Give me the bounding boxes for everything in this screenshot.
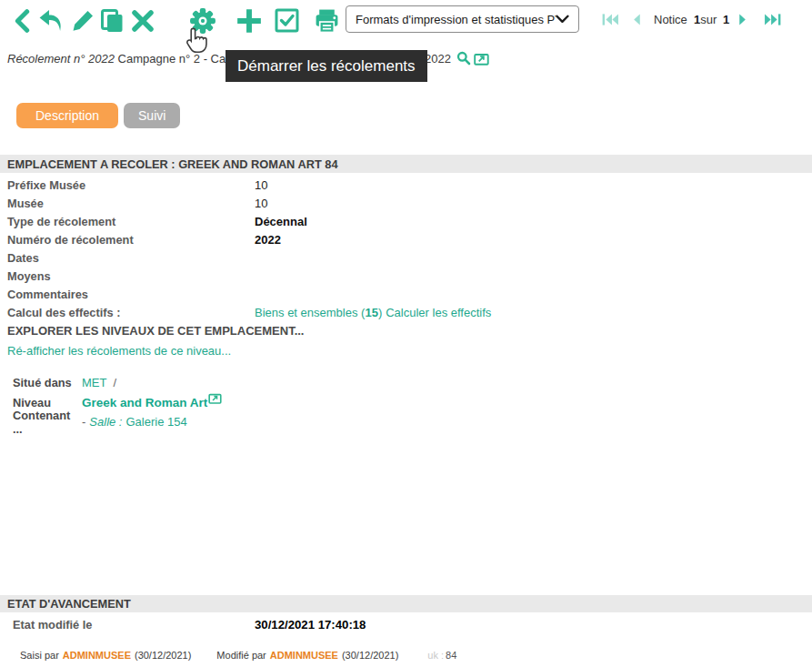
section-header-avancement: ETAT D'AVANCEMENT [0,595,812,612]
print-button[interactable] [314,8,340,34]
print-format-dropdown[interactable]: Formats d'impression et statistiques PV.… [346,5,579,33]
app-window: Formats d'impression et statistiques PV.… [0,0,812,667]
search-icon[interactable] [456,51,471,66]
field-label: Musée [7,197,255,210]
tab-description[interactable]: Description [16,103,118,128]
uk-value: 84 [446,650,456,661]
saisi-par-user: ADMINMUSEE [63,650,131,661]
galerie-154-link[interactable]: Galerie 154 [125,415,186,429]
etat-modifie-row: Etat modifié le 30/12/2021 17:40:18 [13,618,366,632]
first-record-icon [602,13,619,26]
field-row-prefixe-musee: Préfixe Musée 10 [7,176,491,194]
biens-et-ensembles-link[interactable]: Biens et ensembles (15) [255,306,382,319]
notice-word: Notice [654,13,687,26]
print-icon [314,8,340,34]
delete-button[interactable] [130,8,155,34]
undo-icon [36,8,64,33]
tooltip: Démarrer les récolements [226,50,427,82]
link-text: ) [378,306,382,319]
breadcrumb-right: 2022 [425,51,489,66]
field-value: 10 [255,197,267,210]
open-window-icon[interactable] [208,392,222,404]
field-row-musee: Musée 10 [7,194,491,212]
contenant-label: Contenant ... [13,409,82,436]
tooltip-text: Démarrer les récolements [237,57,416,76]
breadcrumb-campaign-part: Campagne n° 2 - Ca [115,52,226,66]
met-link[interactable]: MET [82,376,106,389]
edit-button[interactable] [70,8,95,34]
field-value: Décennal [255,215,307,228]
tab-suivi-label: Suivi [138,108,165,123]
hand-cursor-icon [185,26,208,57]
emplacement-fields: Préfixe Musée 10 Musée 10 Type de récole… [7,176,491,321]
copy-button[interactable] [99,8,125,34]
field-label: Numéro de récolement [7,233,255,247]
back-icon [12,9,34,33]
validate-button[interactable] [275,8,300,34]
field-label: Commentaires [7,288,255,301]
prev-record-icon [632,13,641,26]
contenant-type: Salle : [89,415,122,429]
niveau-label: Niveau [13,396,82,409]
last-record-button[interactable] [764,13,781,26]
record-navigation: Notice 1sur 1 [602,13,781,26]
link-text: Biens et ensembles ( [255,306,365,319]
field-label: Préfixe Musée [7,178,255,192]
first-record-button[interactable] [602,13,619,26]
field-row-type-recolement: Type de récolement Décennal [7,212,491,230]
modifie-par-label: Modifié par [216,650,266,661]
print-format-dropdown-value: Formats d'impression et statistiques PV.… [356,13,556,26]
tab-suivi[interactable]: Suivi [124,103,180,128]
path-separator: / [113,376,116,389]
record-separator: sur [700,13,717,26]
back-button[interactable] [12,9,34,33]
tab-description-label: Description [35,108,99,123]
calculer-effectifs-link[interactable]: Calculer les effectifs [386,306,491,319]
copy-icon [99,8,125,34]
contenant-row: Contenant ... - Salle : Galerie 154 [13,412,222,432]
dash: - [82,415,85,429]
prev-record-button[interactable] [632,13,641,26]
effectifs-count: 15 [365,306,377,319]
saisi-par-label: Saisi par [20,650,59,661]
add-plus-icon [236,7,263,35]
field-label: Moyens [7,269,255,283]
field-label: Calcul des effectifs : [7,306,255,319]
add-button[interactable] [236,7,263,35]
situe-dans-row: Situé dans MET / [13,373,222,393]
open-window-icon[interactable] [474,52,489,66]
breadcrumb-record-part: Récolement n° 2022 [7,52,115,66]
etat-modifie-value: 30/12/2021 17:40:18 [255,618,366,632]
field-row-moyens: Moyens [7,267,491,285]
record-total: 1 [723,13,729,26]
situe-dans-label: Situé dans [13,376,82,389]
saisi-par-date: (30/12/2021) [135,650,191,661]
tab-bar: Description Suivi [16,103,180,128]
niveau-greek-roman-art-link[interactable]: Greek and Roman Art [82,396,222,409]
last-record-icon [764,13,781,26]
field-row-commentaires: Commentaires [7,285,491,303]
modifie-par-date: (30/12/2021) [342,650,398,661]
section-header-avancement-title: ETAT D'AVANCEMENT [7,597,131,611]
field-label: Type de récolement [7,215,255,228]
field-row-numero-recolement: Numéro de récolement 2022 [7,230,491,248]
uk-label: uk : [427,650,444,661]
field-row-calcul-effectifs: Calcul des effectifs : Biens et ensemble… [7,303,491,321]
explorer-section-title: EXPLORER LES NIVEAUX DE CET EMPLACEMENT.… [7,324,305,338]
breadcrumb-year: 2022 [425,52,451,66]
field-value: 2022 [255,233,281,247]
location-block: Situé dans MET / Niveau Greek and Roman … [13,373,222,432]
chevron-down-icon [556,15,569,24]
next-record-icon [738,13,747,26]
delete-x-icon [130,8,155,34]
record-audit-footer: Saisi par ADMINMUSEE (30/12/2021) Modifi… [20,650,456,661]
modifie-par-user: ADMINMUSEE [270,650,338,661]
reafficher-recolements-link[interactable]: Ré-afficher les récolements de ce niveau… [7,344,231,358]
field-label: Dates [7,251,255,265]
section-header-emplacement: EMPLACEMENT A RECOLER : GREEK AND ROMAN … [0,155,812,173]
next-record-button[interactable] [738,13,747,26]
etat-modifie-label: Etat modifié le [13,618,255,632]
edit-pencil-icon [70,8,95,34]
validate-checkbox-icon [275,8,300,34]
undo-button[interactable] [36,8,64,33]
